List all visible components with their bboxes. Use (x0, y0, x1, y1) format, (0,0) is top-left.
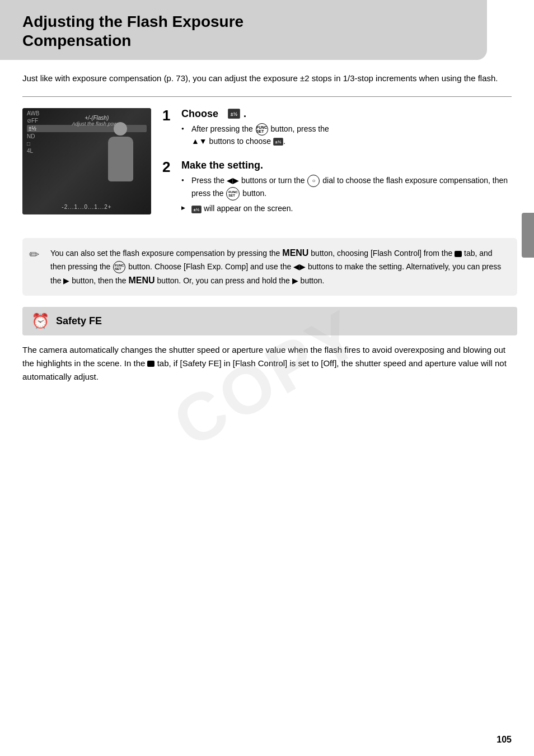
cam-person (98, 122, 143, 195)
step-2-number: 2 (162, 160, 175, 174)
step-1-bullet-1: After pressing the FUNCSET button, press… (181, 123, 517, 147)
step-2-bullets: Press the ◀▶ buttons or turn the ○ dial … (181, 175, 517, 214)
camera-image: AWB ⊘FF ±½ ND □ 4L +/-(Flash) Adjust the… (22, 108, 151, 214)
note-box: ✏ You can also set the flash exposure co… (22, 238, 517, 295)
camera-tab-icon-note (455, 251, 462, 257)
step-2-body: Make the setting. Press the ◀▶ buttons o… (181, 160, 517, 217)
flash-exp-small-icon: ±½ (273, 138, 283, 146)
dial-icon: ○ (307, 175, 320, 187)
cam-scale: -2...1...0...1...2+ (62, 204, 111, 210)
func-set-note-icon: FUNCSET (113, 261, 125, 273)
step-2-title: Make the setting. (181, 160, 517, 171)
step-1-bullets: After pressing the FUNCSET button, press… (181, 123, 517, 147)
steps-content: 1 Choose ±½. After pressing the FUNCSET … (162, 108, 517, 227)
page-title: Adjusting the Flash Exposure Compensatio… (22, 12, 470, 50)
safety-fe-header: ⏰ Safety FE (22, 307, 517, 335)
step-1-number: 1 (162, 108, 175, 123)
flash-exp-icon: ±½ (228, 109, 240, 119)
note-icon: ✏ (29, 245, 39, 264)
divider (22, 96, 512, 97)
func-set-button-icon: FUNCSET (256, 123, 268, 136)
intro-text: Just like with exposure compensation (p.… (0, 72, 534, 85)
func-set-icon-2: FUNCSET (226, 187, 240, 200)
step-1-body: Choose ±½. After pressing the FUNCSET bu… (181, 108, 517, 150)
step-2-bullet-1: Press the ◀▶ buttons or turn the ○ dial … (181, 175, 517, 200)
step-1: 1 Choose ±½. After pressing the FUNCSET … (162, 108, 517, 150)
step-1-title: Choose ±½. (181, 108, 517, 120)
right-tab (522, 213, 534, 258)
safety-fe-icon: ⏰ (31, 312, 49, 330)
camera-tab-icon-safety (147, 361, 154, 367)
steps-section: AWB ⊘FF ±½ ND □ 4L +/-(Flash) Adjust the… (0, 108, 534, 227)
lr-arrow-icon: ◀▶ (227, 176, 239, 185)
safety-fe-body: The camera automatically changes the shu… (0, 343, 534, 384)
note-text: You can also set the flash exposure comp… (50, 246, 508, 287)
step-2-bullet-2: ±½ will appear on the screen. (181, 203, 517, 214)
safety-fe-title: Safety FE (56, 315, 102, 327)
page-number: 105 (496, 735, 512, 745)
flash-icon-screen: ±½ (191, 206, 202, 213)
cam-label: +/-(Flash) (72, 115, 121, 121)
step-2: 2 Make the setting. Press the ◀▶ buttons… (162, 160, 517, 217)
camera-screen: AWB ⊘FF ±½ ND □ 4L +/-(Flash) Adjust the… (22, 108, 151, 214)
title-box: Adjusting the Flash Exposure Compensatio… (0, 0, 487, 60)
page-container: COPY Adjusting the Flash Exposure Compen… (0, 0, 534, 756)
